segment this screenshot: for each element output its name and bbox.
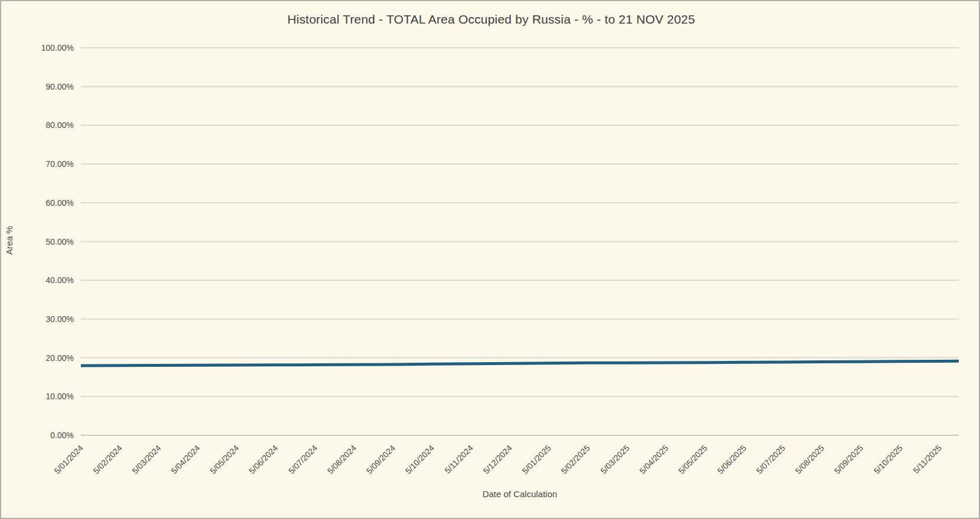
y-tick-label: 70.00%	[13, 159, 74, 169]
y-tick-label: 50.00%	[13, 237, 74, 247]
chart-window: Historical Trend - TOTAL Area Occupied b…	[0, 0, 980, 519]
y-tick-label: 60.00%	[13, 198, 74, 208]
trend-line	[81, 361, 959, 366]
plot-area	[1, 1, 980, 519]
y-tick-label: 40.00%	[13, 275, 74, 285]
y-axis-title: Area %	[4, 211, 14, 270]
y-tick-label: 90.00%	[13, 82, 74, 91]
y-tick-label: 10.00%	[13, 392, 74, 401]
y-tick-label: 80.00%	[13, 120, 74, 130]
x-axis-title: Date of Calculation	[81, 489, 959, 499]
y-tick-label: 100.00%	[13, 43, 74, 52]
chart-title: Historical Trend - TOTAL Area Occupied b…	[1, 12, 980, 27]
y-tick-label: 20.00%	[13, 353, 74, 363]
y-tick-label: 30.00%	[13, 314, 74, 324]
y-tick-label: 0.00%	[13, 431, 74, 440]
